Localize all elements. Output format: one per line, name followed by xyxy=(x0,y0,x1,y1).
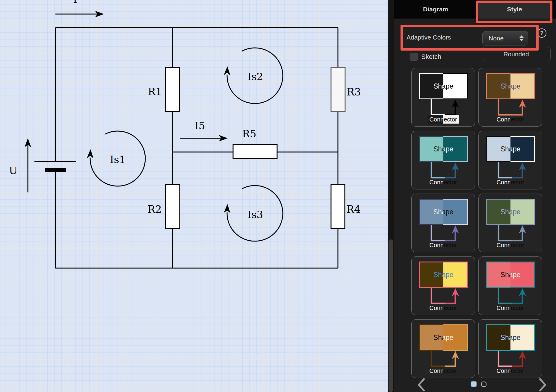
canvas-scrollbar-track[interactable] xyxy=(388,0,394,392)
swatch-connector-label: ConnectorConnector xyxy=(412,178,475,187)
swatch-shape-label: ShapeShape xyxy=(419,199,468,225)
resistor-R5[interactable] xyxy=(233,145,277,159)
swatch-shape-preview: ShapeShape xyxy=(419,324,468,351)
swatch-connector-label: ConnectorConnector xyxy=(479,241,542,250)
pager-next-icon[interactable] xyxy=(539,378,547,392)
style-swatch-yellow-pink[interactable]: ShapeShapeConnectorConnector xyxy=(411,256,475,315)
loop-arrow-Is3-head xyxy=(224,204,230,213)
swatch-shape-label: ShapeShape xyxy=(486,324,535,351)
swatch-shape-preview: ShapeShape xyxy=(486,324,535,351)
label-Is1[interactable]: Is1 xyxy=(110,154,126,165)
adaptive-colors-value: None xyxy=(489,35,519,42)
style-swatch-steel-purple[interactable]: ShapeShapeConnectorConnector xyxy=(411,194,475,252)
style-swatch-default[interactable]: ShapeShapeConnectorConnector xyxy=(411,68,475,127)
swatch-shape-preview: ShapeShape xyxy=(486,136,535,162)
style-swatch-navy[interactable]: ShapeShapeConnectorConnector xyxy=(478,131,542,189)
resistor-R3[interactable] xyxy=(331,67,345,112)
style-swatch-coral-teal[interactable]: ShapeShapeConnectorConnector xyxy=(478,256,542,315)
tab-style[interactable]: Style xyxy=(477,0,552,19)
swatch-connector-label: ConnectorConnector xyxy=(479,303,542,312)
battery-plate-short[interactable] xyxy=(45,168,66,172)
style-swatch-teal[interactable]: ShapeShapeConnectorConnector xyxy=(411,131,475,189)
swatch-connector-label: ConnectorConnector xyxy=(412,115,475,124)
label-U[interactable]: U xyxy=(9,165,18,177)
format-panel: Diagram Style Adaptive Colors None ? Ske… xyxy=(394,0,556,392)
swatch-shape-label: ShapeShape xyxy=(419,262,468,288)
label-I5[interactable]: I5 xyxy=(194,120,205,132)
swatch-connector-label: ConnectorConnector xyxy=(412,303,475,312)
label-I[interactable]: I xyxy=(73,0,77,5)
canvas-scrollbar-thumb[interactable] xyxy=(389,239,393,392)
style-swatch-grid: ShapeShapeConnectorConnectorShapeShapeCo… xyxy=(411,68,542,378)
swatch-connector-label: ConnectorConnector xyxy=(479,178,542,187)
label-R4[interactable]: R4 xyxy=(346,203,360,215)
rounded-button[interactable]: Rounded xyxy=(482,47,551,61)
label-R2[interactable]: R2 xyxy=(147,203,161,215)
swatch-shape-label: ShapeShape xyxy=(486,199,535,225)
swatch-shape-preview: ShapeShape xyxy=(486,262,535,288)
pager-prev-icon[interactable] xyxy=(417,378,425,392)
format-tabbar: Diagram Style xyxy=(394,0,556,19)
swatch-connector-label: ConnectorConnector xyxy=(412,366,475,375)
style-swatch-sunset[interactable]: ShapeShapeConnectorConnector xyxy=(478,68,542,127)
resistor-R4[interactable] xyxy=(331,184,345,229)
swatch-connector-label: ConnectorConnector xyxy=(479,115,542,124)
label-R5[interactable]: R5 xyxy=(242,128,256,140)
tab-diagram[interactable]: Diagram xyxy=(394,0,477,19)
swatch-shape-preview: ShapeShape xyxy=(419,73,468,99)
swatch-shape-preview: ShapeShape xyxy=(419,199,468,225)
loop-arrow-Is2-head xyxy=(224,66,230,75)
style-swatch-cream-teal[interactable]: ShapeShapeConnectorConnector xyxy=(478,319,542,378)
swatch-shape-label: ShapeShape xyxy=(486,136,535,162)
swatch-shape-preview: ShapeShape xyxy=(419,136,468,162)
swatch-shape-preview: ShapeShape xyxy=(486,199,535,225)
swatch-connector-label: ConnectorConnector xyxy=(479,366,542,375)
label-Is3[interactable]: Is3 xyxy=(247,209,263,221)
sketch-checkbox[interactable] xyxy=(410,53,418,61)
swatch-connector-label: ConnectorConnector xyxy=(412,241,475,250)
swatch-shape-label: ShapeShape xyxy=(486,262,535,288)
adaptive-colors-select[interactable]: None xyxy=(482,31,528,45)
swatch-shape-label: ShapeShape xyxy=(486,73,535,99)
diagram-canvas[interactable]: IUI5R1R2R3R4R5Is1Is2Is3 xyxy=(0,0,388,392)
loop-arrow-Is1-head xyxy=(87,149,93,158)
swatch-shape-label: ShapeShape xyxy=(419,324,468,351)
label-R1[interactable]: R1 xyxy=(148,86,162,98)
label-Is2[interactable]: Is2 xyxy=(247,71,263,83)
resistor-R1[interactable] xyxy=(166,68,179,112)
pager-dot-inactive[interactable] xyxy=(481,382,486,387)
app-window: IUI5R1R2R3R4R5Is1Is2Is3 Diagram Style Ad… xyxy=(0,0,556,392)
swatch-shape-preview: ShapeShape xyxy=(486,73,535,99)
swatch-shape-preview: ShapeShape xyxy=(419,262,468,288)
resistor-R2[interactable] xyxy=(165,185,180,229)
adaptive-colors-label: Adaptive Colors xyxy=(407,34,451,41)
circuit-diagram[interactable]: IUI5R1R2R3R4R5Is1Is2Is3 xyxy=(0,0,388,392)
help-icon[interactable]: ? xyxy=(537,28,546,38)
style-swatch-olive[interactable]: ShapeShapeConnectorConnector xyxy=(478,194,542,252)
swatch-shape-label: ShapeShape xyxy=(419,136,468,162)
label-R3[interactable]: R3 xyxy=(347,86,361,98)
style-swatch-orange[interactable]: ShapeShapeConnectorConnector xyxy=(411,319,475,378)
select-stepper-icon xyxy=(519,35,524,41)
swatch-shape-label: ShapeShape xyxy=(419,73,468,99)
pager-dot-active[interactable] xyxy=(471,381,477,387)
sketch-label: Sketch xyxy=(421,53,441,61)
